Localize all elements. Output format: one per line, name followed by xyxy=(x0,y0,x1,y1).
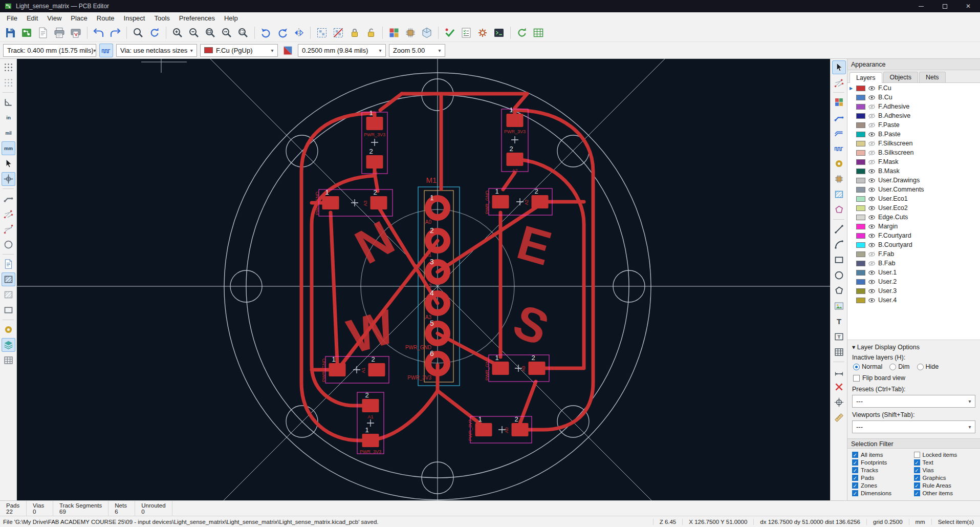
menu-preferences[interactable]: Preferences xyxy=(175,13,220,23)
add-footprint-icon[interactable] xyxy=(832,172,846,186)
layer-row-user-eco1[interactable]: User.Eco1 xyxy=(847,194,980,203)
presets-dropdown[interactable]: --- ▾ xyxy=(852,395,975,408)
flip-board-view-checkbox[interactable]: Flip board view xyxy=(853,374,975,382)
layer-row-user-comments[interactable]: User.Comments xyxy=(847,185,980,194)
footprint-editor-icon[interactable] xyxy=(403,25,418,40)
outline-tracks-icon[interactable] xyxy=(2,192,15,205)
measure-tool-icon[interactable] xyxy=(832,411,846,425)
redo-icon[interactable] xyxy=(107,25,123,40)
layer-color-swatch[interactable] xyxy=(856,215,865,220)
menu-route[interactable]: Route xyxy=(92,13,119,23)
layer-visible-eye-icon[interactable] xyxy=(868,223,876,230)
layer-color-swatch[interactable] xyxy=(856,159,865,165)
tune-length-icon[interactable] xyxy=(832,141,846,155)
layer-manager-icon[interactable] xyxy=(531,25,546,40)
filter-vias[interactable]: ✓Vias xyxy=(914,467,976,474)
plugin-icon[interactable] xyxy=(475,25,490,40)
layer-color-swatch[interactable] xyxy=(856,261,865,266)
refresh-icon[interactable] xyxy=(147,25,162,40)
units-mils-icon[interactable]: mil xyxy=(2,126,15,140)
layer-row-margin[interactable]: Margin xyxy=(847,222,980,231)
plot-icon[interactable] xyxy=(68,25,83,40)
zone-fill-icon[interactable] xyxy=(2,288,15,302)
add-textbox-icon[interactable]: T xyxy=(832,330,846,344)
tab-nets[interactable]: Nets xyxy=(919,72,946,82)
zone-outline-icon[interactable] xyxy=(2,303,15,317)
layer-row-user-3[interactable]: User.3 xyxy=(847,286,980,296)
layer-color-swatch[interactable] xyxy=(856,288,865,294)
menu-view[interactable]: View xyxy=(42,13,66,23)
minimize-button[interactable] xyxy=(909,0,933,12)
appearance-panel-icon[interactable] xyxy=(2,338,15,352)
menu-help[interactable]: Help xyxy=(220,13,243,23)
layer-row-b-courtyard[interactable]: B.Courtyard xyxy=(847,240,980,249)
layer-visible-eye-icon[interactable] xyxy=(868,214,876,221)
layer-visible-eye-icon[interactable] xyxy=(868,278,876,286)
layer-row-f-mask[interactable]: F.Mask xyxy=(847,157,980,166)
grid-size-dropdown[interactable]: 0.2500 mm (9.84 mils) ▾ xyxy=(298,44,386,57)
local-ratsnest-icon[interactable] xyxy=(832,76,846,90)
zoom-fit-icon[interactable] xyxy=(203,25,218,40)
grid-overrides-icon[interactable] xyxy=(2,76,15,90)
layer-color-swatch[interactable] xyxy=(856,86,865,91)
layer-row-b-mask[interactable]: B.Mask xyxy=(847,166,980,176)
zoom-objects-icon[interactable] xyxy=(219,25,234,40)
layer-visible-eye-icon[interactable] xyxy=(868,204,876,212)
drawing-sheet-icon[interactable] xyxy=(2,257,15,271)
filter-rule-areas[interactable]: ✓Rule Areas xyxy=(914,482,976,489)
layer-color-swatch[interactable] xyxy=(856,298,865,303)
delete-tool-icon[interactable] xyxy=(832,380,846,394)
zoom-dropdown[interactable]: Zoom 5.00 ▾ xyxy=(389,44,445,57)
design-rules-icon[interactable] xyxy=(459,25,474,40)
outline-zones-icon[interactable] xyxy=(2,272,15,286)
drc-icon[interactable] xyxy=(442,25,458,40)
grid-origin-icon[interactable] xyxy=(832,395,846,409)
filter-text[interactable]: ✓Text xyxy=(914,459,976,466)
units-mm-icon[interactable]: mm xyxy=(2,141,15,155)
tab-layers[interactable]: Layers xyxy=(850,72,882,83)
grid-visibility-icon[interactable] xyxy=(2,60,15,74)
layer-row-b-silkscreen[interactable]: B.Silkscreen xyxy=(847,148,980,157)
layer-row-b-paste[interactable]: B.Paste xyxy=(847,130,980,139)
polar-coordinates-icon[interactable] xyxy=(2,95,15,109)
add-dimension-icon[interactable] xyxy=(832,365,846,378)
layer-row-user-4[interactable]: User.4 xyxy=(847,296,980,305)
ratsnest-icon[interactable] xyxy=(2,207,15,221)
layer-row-f-silkscreen[interactable]: F.Silkscreen xyxy=(847,139,980,148)
layer-row-b-fab[interactable]: B.Fab xyxy=(847,259,980,268)
layer-hidden-eye-icon[interactable] xyxy=(868,112,876,120)
filter-other-items[interactable]: ✓Other items xyxy=(914,490,976,497)
layer-row-b-cu[interactable]: B.Cu xyxy=(847,93,980,102)
filter-tracks[interactable]: ✓Tracks xyxy=(852,467,914,474)
properties-panel-icon[interactable] xyxy=(2,353,15,367)
draw-circle-icon[interactable] xyxy=(832,268,846,282)
find-icon[interactable] xyxy=(130,25,146,40)
route-diff-pairs-icon[interactable] xyxy=(832,126,846,140)
viewports-dropdown[interactable]: --- ▾ xyxy=(852,420,975,433)
filter-locked-items[interactable]: Locked items xyxy=(914,451,976,458)
menu-file[interactable]: File xyxy=(2,13,22,23)
add-table-icon[interactable] xyxy=(832,345,846,359)
curved-ratsnest-icon[interactable] xyxy=(2,222,15,236)
track-width-dropdown[interactable]: Track: 0.400 mm (15.75 mils) ▾ xyxy=(3,44,96,57)
draw-arc-icon[interactable] xyxy=(832,238,846,251)
layer-visible-eye-icon[interactable] xyxy=(868,85,876,92)
pcb-canvas[interactable]: NEWS1PWR_3V32A31PWR_3V32A21PWR_GND2A31PW… xyxy=(17,59,830,500)
auto-track-width-toggle[interactable] xyxy=(99,44,113,57)
layer-visible-eye-icon[interactable] xyxy=(868,195,876,203)
layer-color-swatch[interactable] xyxy=(856,95,865,100)
tab-objects[interactable]: Objects xyxy=(883,72,918,82)
pcb-drawing[interactable]: NEWS1PWR_3V32A31PWR_3V32A21PWR_GND2A31PW… xyxy=(17,59,830,500)
layer-pair-toggle[interactable] xyxy=(281,44,295,57)
add-zone-icon[interactable] xyxy=(832,187,846,201)
print-icon[interactable] xyxy=(52,25,67,40)
layer-visible-eye-icon[interactable] xyxy=(868,241,876,249)
filter-graphics[interactable]: ✓Graphics xyxy=(914,474,976,481)
layer-color-swatch[interactable] xyxy=(856,150,865,156)
layer-color-swatch[interactable] xyxy=(856,205,865,211)
layer-hidden-eye-icon[interactable] xyxy=(868,158,876,166)
layer-color-swatch[interactable] xyxy=(856,132,865,137)
rotate-cw-icon[interactable] xyxy=(275,25,290,40)
page-settings-icon[interactable] xyxy=(35,25,51,40)
layer-color-swatch[interactable] xyxy=(856,141,865,146)
